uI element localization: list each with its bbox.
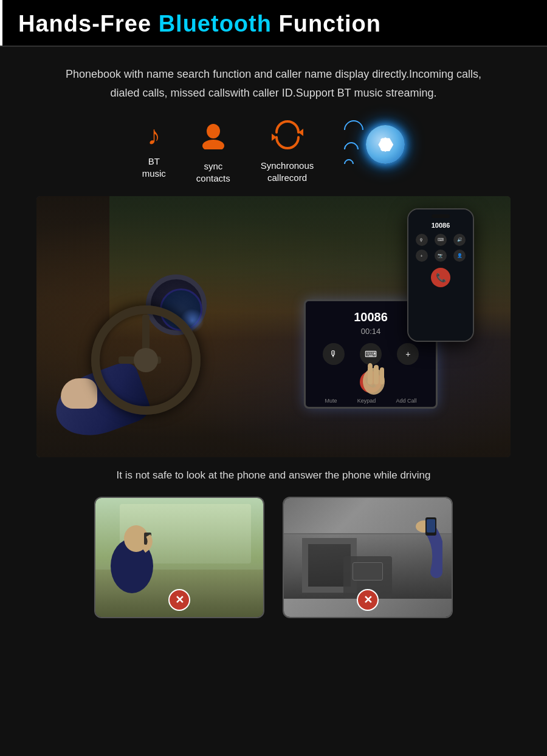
sync-icon xyxy=(272,120,303,155)
mute-btn: 🎙 xyxy=(323,343,345,365)
photo-danger-right: ✕ xyxy=(283,497,453,618)
svg-rect-6 xyxy=(374,365,379,384)
music-icon: ♪ xyxy=(147,120,160,151)
phone-facetime: 📷 xyxy=(435,250,447,262)
phone-end-call: 📞 xyxy=(431,268,450,287)
bottom-photos-row: ✕ ✕ xyxy=(0,491,547,636)
bluetooth-circle: ⬣ xyxy=(366,125,405,164)
phone-screen: 10086 🎙 ⌨ 🔊 + 📷 👤 📞 xyxy=(408,209,473,341)
svg-rect-14 xyxy=(427,519,435,533)
arc-medium xyxy=(341,139,362,160)
label-keypad: Keypad xyxy=(357,398,376,404)
bluetooth-icon-group: ⬣ xyxy=(344,120,405,169)
contacts-icon xyxy=(199,120,228,155)
title-white-2: Function xyxy=(272,11,381,36)
driving-scene: 10086 00:14 🎙 ⌨ + 📞 Mute Keypad Add Call xyxy=(36,196,511,457)
title-white-1: Hands-Free xyxy=(18,11,159,36)
phone-keypad: ⌨ xyxy=(435,234,447,246)
phone-icons-row2: + 📷 👤 xyxy=(412,250,469,262)
x-badge-left: ✕ xyxy=(168,589,190,611)
x-badge-right: ✕ xyxy=(357,589,379,611)
feature-bt-music-label: BTmusic xyxy=(142,155,166,179)
description-text: Phonebook with name search function and … xyxy=(0,47,547,108)
svg-rect-7 xyxy=(380,367,384,384)
phone-mute: 🎙 xyxy=(416,234,428,246)
person-silhouette-left xyxy=(105,517,165,599)
phone-speaker: 🔊 xyxy=(453,234,466,246)
feature-sync-contacts-label: synccontacts xyxy=(196,160,230,184)
features-row: ♪ BTmusic synccontacts Synchronousc xyxy=(0,108,547,190)
label-mute: Mute xyxy=(325,398,337,404)
svg-point-0 xyxy=(207,124,220,138)
main-driving-image: 10086 00:14 🎙 ⌨ + 📞 Mute Keypad Add Call xyxy=(36,196,511,457)
phone-number: 10086 xyxy=(412,222,469,229)
arc-large xyxy=(340,117,368,144)
add-call-btn: + xyxy=(397,343,419,365)
feature-sync-contacts: synccontacts xyxy=(196,120,230,184)
svg-point-8 xyxy=(368,363,373,369)
feature-sync-callrecord-label: Synchronouscallrecord xyxy=(261,160,314,183)
signal-arcs xyxy=(344,120,363,169)
page-title: Hands-Free Bluetooth Function xyxy=(18,11,529,37)
phone-icons-row1: 🎙 ⌨ 🔊 xyxy=(412,234,469,246)
phone-mockup: 10086 🎙 ⌨ 🔊 + 📷 👤 📞 xyxy=(407,208,474,342)
sw-hub xyxy=(134,348,158,372)
photo-danger-left: ✕ xyxy=(94,497,264,618)
arc-small xyxy=(342,157,356,171)
phone-contacts: 👤 xyxy=(453,250,466,262)
safety-text: It is not safe to look at the phone and … xyxy=(0,457,547,491)
header-section: Hands-Free Bluetooth Function xyxy=(0,0,547,47)
feature-sync-callrecord: Synchronouscallrecord xyxy=(261,120,314,183)
label-add-call: Add Call xyxy=(396,398,416,404)
steering-wheel xyxy=(85,299,207,421)
title-blue: Bluetooth xyxy=(159,11,272,36)
feature-bt-music: ♪ BTmusic xyxy=(142,120,166,179)
touching-hand xyxy=(359,360,389,397)
infotainment xyxy=(353,562,383,581)
phone-notch xyxy=(432,214,450,218)
svg-point-1 xyxy=(202,140,224,149)
person-arm-right xyxy=(394,511,442,581)
phone-add: + xyxy=(416,250,428,262)
